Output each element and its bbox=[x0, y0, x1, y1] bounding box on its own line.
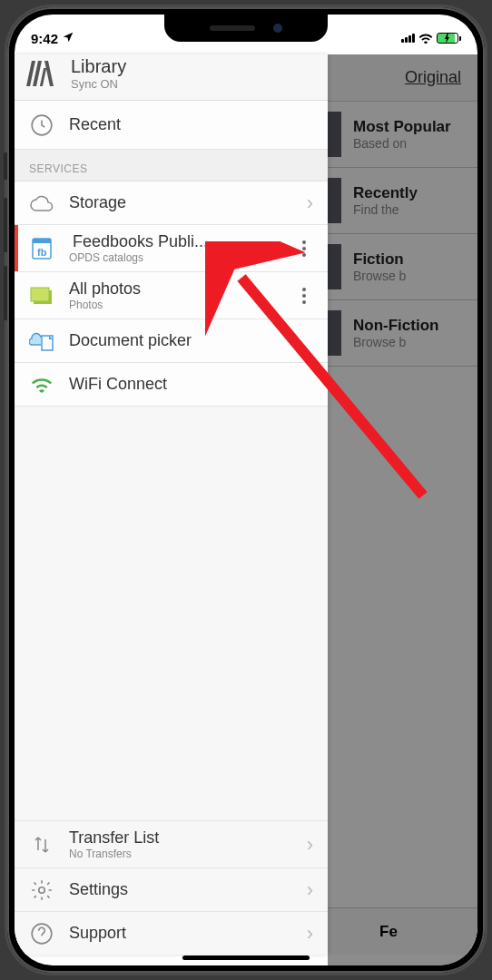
drawer-item-all-photos[interactable]: All photos Photos bbox=[15, 272, 328, 319]
bg-item-sub: Find the bbox=[353, 202, 418, 217]
row-label: WiFi Connect bbox=[69, 375, 313, 394]
drawer-spacer bbox=[15, 407, 328, 820]
row-sublabel: OPDS catalogs bbox=[69, 251, 280, 264]
back-label[interactable]: Fe bbox=[379, 923, 398, 941]
svg-rect-2 bbox=[33, 239, 51, 243]
location-icon bbox=[62, 31, 74, 46]
bg-item-title: Recently bbox=[353, 184, 418, 202]
row-label: Storage bbox=[69, 193, 292, 212]
feedbooks-icon: fb bbox=[29, 236, 54, 261]
drawer-item-wifi-connect[interactable]: WiFi Connect bbox=[15, 363, 328, 407]
row-label: Support bbox=[69, 924, 292, 943]
row-sublabel: Photos bbox=[69, 299, 280, 311]
row-label: Settings bbox=[69, 880, 292, 899]
more-icon[interactable] bbox=[295, 240, 313, 257]
app-logo-icon bbox=[29, 61, 58, 86]
drawer-item-support[interactable]: Support › bbox=[15, 911, 328, 955]
chevron-right-icon: › bbox=[307, 191, 313, 215]
svg-text:fb: fb bbox=[37, 247, 47, 258]
svg-point-7 bbox=[39, 887, 45, 893]
row-label: All photos bbox=[69, 279, 280, 299]
background-title[interactable]: Original bbox=[405, 68, 461, 87]
bg-item-sub: Browse b bbox=[353, 335, 438, 349]
drawer-header[interactable]: Library Sync ON bbox=[15, 54, 328, 101]
notch bbox=[164, 15, 328, 42]
more-icon[interactable] bbox=[295, 288, 313, 304]
phone-frame: 9:42 bbox=[7, 7, 485, 973]
row-sublabel: No Transfers bbox=[69, 848, 292, 860]
transfer-icon bbox=[29, 832, 54, 858]
drawer-sync-status: Sync ON bbox=[71, 77, 126, 91]
row-label: Feedbooks Publi... bbox=[69, 232, 280, 251]
photos-icon bbox=[29, 283, 54, 309]
clock-icon bbox=[29, 113, 54, 138]
home-indicator[interactable] bbox=[182, 956, 310, 960]
battery-icon bbox=[437, 33, 461, 44]
cloud-icon bbox=[29, 191, 54, 216]
drawer-item-storage[interactable]: Storage › bbox=[15, 181, 328, 225]
wifi-connect-icon bbox=[29, 372, 54, 397]
bg-item-title: Most Popular bbox=[353, 118, 451, 136]
row-label: Document picker bbox=[69, 331, 313, 350]
help-icon bbox=[29, 921, 54, 946]
signal-icon bbox=[401, 34, 415, 43]
svg-rect-5 bbox=[31, 288, 49, 301]
wifi-icon bbox=[418, 31, 433, 46]
row-label: Transfer List bbox=[69, 828, 292, 848]
drawer-item-feedbooks[interactable]: fb Feedbooks Publi... OPDS catalogs bbox=[15, 225, 328, 272]
library-drawer: Library Sync ON Recent SERVICES bbox=[15, 54, 328, 955]
drawer-item-recent[interactable]: Recent bbox=[15, 101, 328, 150]
cloud-doc-icon bbox=[29, 328, 54, 354]
drawer-item-transfer-list[interactable]: Transfer List No Transfers › bbox=[15, 820, 328, 867]
selected-indicator bbox=[15, 225, 18, 271]
bg-item-title: Fiction bbox=[353, 250, 406, 269]
drawer-item-settings[interactable]: Settings › bbox=[15, 867, 328, 911]
drawer-item-document-picker[interactable]: Document picker bbox=[15, 319, 328, 363]
chevron-right-icon: › bbox=[307, 878, 313, 902]
services-section-header: SERVICES bbox=[15, 150, 328, 181]
status-time: 9:42 bbox=[31, 31, 58, 46]
bg-item-title: Non-Fiction bbox=[353, 317, 438, 335]
drawer-title: Library bbox=[71, 56, 126, 77]
chevron-right-icon: › bbox=[307, 833, 313, 857]
bg-item-sub: Based on bbox=[353, 136, 451, 151]
gear-icon bbox=[29, 877, 54, 903]
chevron-right-icon: › bbox=[307, 922, 313, 946]
bg-item-sub: Browse b bbox=[353, 269, 406, 283]
row-label: Recent bbox=[69, 115, 313, 134]
